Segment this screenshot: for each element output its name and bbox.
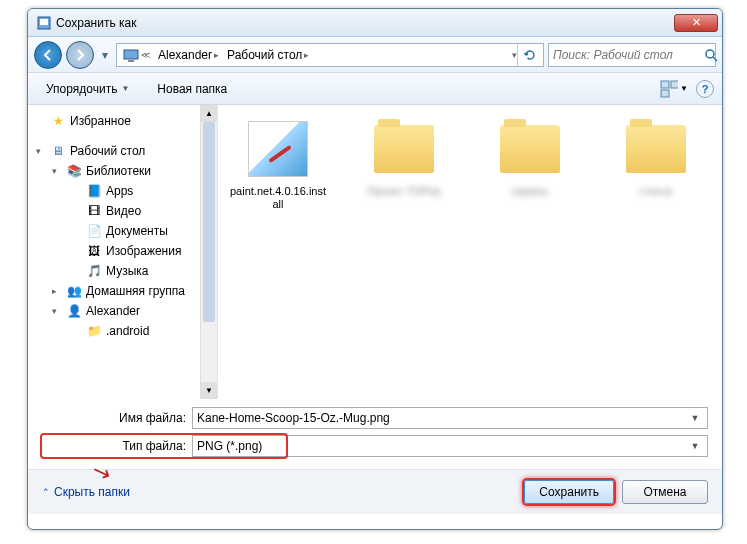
- installer-icon: [248, 121, 308, 177]
- filetype-input[interactable]: [197, 439, 687, 453]
- folder-icon: [374, 125, 434, 173]
- folder-icon: 📁: [86, 323, 102, 339]
- save-button[interactable]: Сохранить: [524, 480, 614, 504]
- forward-button[interactable]: [66, 41, 94, 69]
- window-title: Сохранить как: [56, 16, 674, 30]
- apps-icon: 📘: [86, 183, 102, 199]
- titlebar[interactable]: Сохранить как ✕: [28, 9, 722, 37]
- body-area: ★Избранное ▾🖥Рабочий стол ▾📚Библиотеки 📘…: [28, 105, 722, 399]
- sidebar-lib-images[interactable]: 🖼Изображения: [28, 241, 217, 261]
- user-icon: 👤: [66, 303, 82, 319]
- libraries-icon: 📚: [66, 163, 82, 179]
- sidebar-desktop[interactable]: ▾🖥Рабочий стол: [28, 141, 217, 161]
- arrow-right-icon: [73, 48, 87, 62]
- svg-rect-3: [128, 60, 134, 62]
- search-icon[interactable]: [704, 48, 718, 62]
- document-icon: 📄: [86, 223, 102, 239]
- breadcrumb-root[interactable]: ≪: [119, 45, 154, 65]
- filetype-combo[interactable]: ▼: [192, 435, 708, 457]
- svg-rect-2: [124, 50, 138, 59]
- app-icon: [36, 15, 52, 31]
- sidebar-lib-video[interactable]: 🎞Видео: [28, 201, 217, 221]
- sidebar-libraries[interactable]: ▾📚Библиотеки: [28, 161, 217, 181]
- form-area: Имя файла: ▼ Тип файла: ▼ ↘: [28, 399, 722, 469]
- svg-point-4: [706, 50, 714, 58]
- view-button[interactable]: ▼: [660, 77, 688, 101]
- file-name: paint.net.4.0.16.install: [230, 185, 326, 211]
- file-view[interactable]: paint.net.4.0.16.install Проект TOPop ск…: [218, 105, 722, 399]
- breadcrumb-segment[interactable]: Alexander▸: [154, 46, 223, 64]
- new-folder-button[interactable]: Новая папка: [147, 78, 237, 100]
- image-icon: 🖼: [86, 243, 102, 259]
- cancel-button[interactable]: Отмена: [622, 480, 708, 504]
- back-button[interactable]: [34, 41, 62, 69]
- homegroup-icon: 👥: [66, 283, 82, 299]
- toolbar: Упорядочить▼ Новая папка ▼ ?: [28, 73, 722, 105]
- sidebar-lib-music[interactable]: 🎵Музыка: [28, 261, 217, 281]
- breadcrumb-segment[interactable]: Рабочий стол▸: [223, 46, 313, 64]
- sidebar-favorites[interactable]: ★Избранное: [28, 111, 217, 131]
- scroll-down-button[interactable]: ▼: [201, 382, 217, 399]
- view-icon: [660, 80, 678, 98]
- chevron-up-icon: ⌃: [42, 487, 50, 497]
- star-icon: ★: [50, 113, 66, 129]
- sidebar-homegroup[interactable]: ▸👥Домашняя группа: [28, 281, 217, 301]
- address-bar[interactable]: ≪ Alexander▸ Рабочий стол▸ ▾: [116, 43, 544, 67]
- file-item[interactable]: paint.net.4.0.16.install: [230, 117, 326, 211]
- music-icon: 🎵: [86, 263, 102, 279]
- refresh-button[interactable]: [517, 44, 541, 66]
- filename-dropdown[interactable]: ▼: [687, 413, 703, 423]
- svg-rect-1: [40, 19, 48, 25]
- file-name: статьи: [608, 185, 704, 198]
- file-item[interactable]: скрины: [482, 117, 578, 211]
- search-input[interactable]: [553, 48, 704, 62]
- svg-line-5: [713, 57, 717, 61]
- file-item[interactable]: статьи: [608, 117, 704, 211]
- button-row: ⌃ Скрыть папки Сохранить Отмена: [28, 469, 722, 514]
- arrow-left-icon: [41, 48, 55, 62]
- folder-icon: [500, 125, 560, 173]
- sidebar-lib-apps[interactable]: 📘Apps: [28, 181, 217, 201]
- scroll-thumb[interactable]: [203, 122, 215, 322]
- sidebar-scrollbar[interactable]: ▲ ▼: [200, 105, 217, 399]
- hide-folders-link[interactable]: ⌃ Скрыть папки: [42, 485, 130, 499]
- sidebar: ★Избранное ▾🖥Рабочий стол ▾📚Библиотеки 📘…: [28, 105, 218, 399]
- computer-icon: [123, 47, 139, 63]
- svg-rect-6: [661, 81, 669, 88]
- organize-button[interactable]: Упорядочить▼: [36, 78, 139, 100]
- help-button[interactable]: ?: [696, 80, 714, 98]
- video-icon: 🎞: [86, 203, 102, 219]
- filename-label: Имя файла:: [42, 411, 192, 425]
- history-dropdown[interactable]: ▾: [98, 45, 112, 65]
- file-item[interactable]: Проект TOPop: [356, 117, 452, 211]
- svg-rect-7: [671, 81, 678, 88]
- file-name: скрины: [482, 185, 578, 198]
- filename-combo[interactable]: ▼: [192, 407, 708, 429]
- refresh-icon: [523, 48, 537, 62]
- sidebar-user-android[interactable]: 📁.android: [28, 321, 217, 341]
- sidebar-user[interactable]: ▾👤Alexander: [28, 301, 217, 321]
- close-button[interactable]: ✕: [674, 14, 718, 32]
- svg-rect-8: [661, 90, 669, 97]
- filetype-dropdown[interactable]: ▼: [687, 441, 703, 451]
- folder-icon: [626, 125, 686, 173]
- scroll-up-button[interactable]: ▲: [201, 105, 217, 122]
- sidebar-lib-docs[interactable]: 📄Документы: [28, 221, 217, 241]
- desktop-icon: 🖥: [50, 143, 66, 159]
- save-dialog: Сохранить как ✕ ▾ ≪ Alexander▸ Рабочий с…: [27, 8, 723, 530]
- search-box[interactable]: [548, 43, 716, 67]
- filename-input[interactable]: [197, 411, 687, 425]
- filetype-label: Тип файла:: [42, 439, 192, 453]
- nav-row: ▾ ≪ Alexander▸ Рабочий стол▸ ▾: [28, 37, 722, 73]
- file-name: Проект TOPop: [356, 185, 452, 198]
